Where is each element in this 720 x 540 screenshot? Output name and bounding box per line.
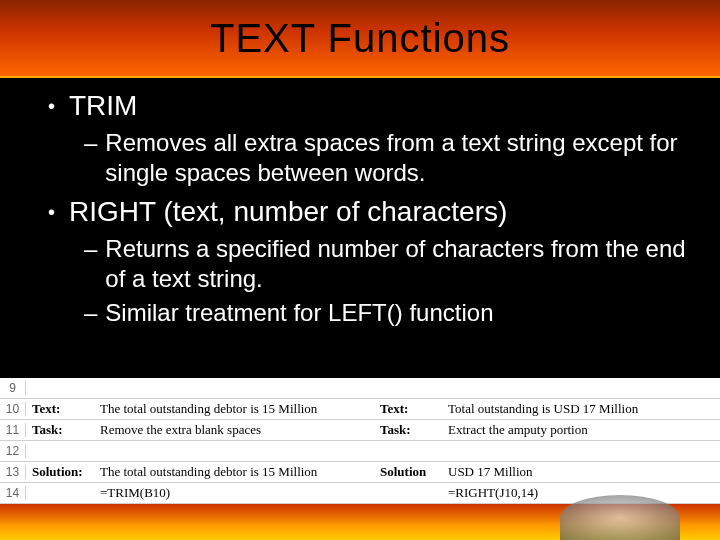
task-value-left: Remove the extra blank spaces (96, 422, 374, 438)
dash-icon: – (84, 128, 97, 158)
formula-left: =TRIM(B10) (96, 485, 374, 501)
bullet-dot: • (48, 90, 55, 122)
solution-value-right: USD 17 Million (444, 464, 720, 480)
right-desc2-text: Similar treatment for LEFT() function (105, 298, 493, 328)
slide-title: TEXT Functions (210, 16, 510, 61)
task-label-left: Task: (26, 422, 96, 438)
solution-label-left: Solution: (26, 464, 96, 480)
row-number: 14 (0, 486, 26, 500)
sub-bullet-right-desc1: – Returns a specified number of characte… (84, 234, 690, 294)
bullet-right-label: RIGHT (text, number of characters) (69, 196, 507, 228)
row-number: 13 (0, 465, 26, 479)
bullet-trim-label: TRIM (69, 90, 137, 122)
trim-desc-text: Removes all extra spaces from a text str… (105, 128, 690, 188)
task-value-right: Extract the amputy portion (444, 422, 720, 438)
dash-icon: – (84, 234, 97, 264)
bullet-trim: • TRIM (48, 90, 690, 122)
solution-label-right: Solution (374, 464, 444, 480)
slide-content: • TRIM – Removes all extra spaces from a… (0, 78, 720, 328)
table-row: 12 (0, 441, 720, 462)
bullet-right: • RIGHT (text, number of characters) (48, 196, 690, 228)
row-number: 12 (0, 444, 26, 458)
text-label-right: Text: (374, 401, 444, 417)
bullet-dot: • (48, 196, 55, 228)
dash-icon: – (84, 298, 97, 328)
row-number: 10 (0, 402, 26, 416)
table-row: 11 Task: Remove the extra blank spaces T… (0, 420, 720, 441)
table-row: 10 Text: The total outstanding debtor is… (0, 399, 720, 420)
table-row: 9 (0, 378, 720, 399)
text-value-left: The total outstanding debtor is 15 Milli… (96, 401, 374, 417)
row-number: 9 (0, 381, 26, 395)
sub-bullet-right-desc2: – Similar treatment for LEFT() function (84, 298, 690, 328)
text-label-left: Text: (26, 401, 96, 417)
solution-value-left: The total outstanding debtor is 15 Milli… (96, 464, 374, 480)
formula-right: =RIGHT(J10,14) (444, 485, 720, 501)
right-desc1-text: Returns a specified number of characters… (105, 234, 690, 294)
table-row: 13 Solution: The total outstanding debto… (0, 462, 720, 483)
sub-bullet-trim-desc: – Removes all extra spaces from a text s… (84, 128, 690, 188)
task-label-right: Task: (374, 422, 444, 438)
footer-decoration (560, 495, 680, 540)
text-value-right: Total outstanding is USD 17 Million (444, 401, 720, 417)
row-number: 11 (0, 423, 26, 437)
slide-header: TEXT Functions (0, 0, 720, 78)
